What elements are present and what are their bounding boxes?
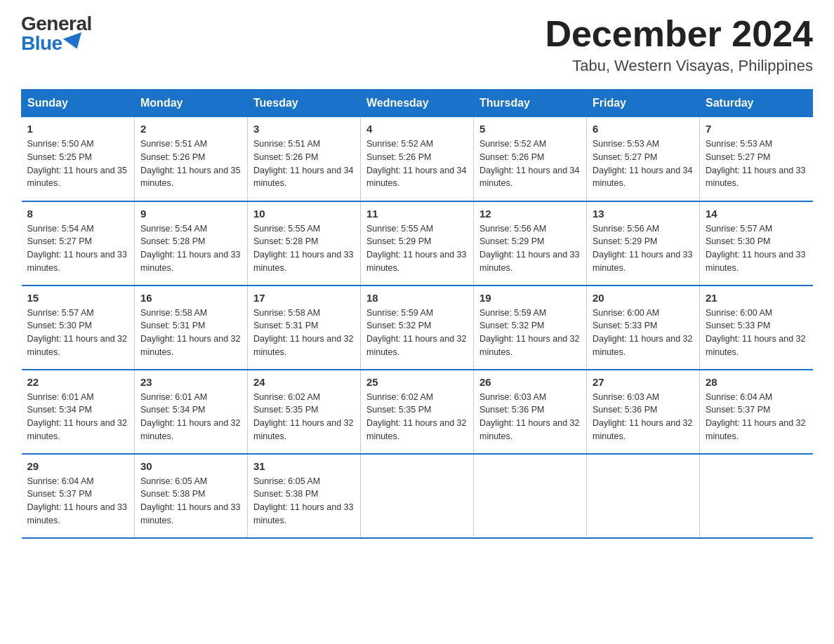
day-info: Sunrise: 5:59 AMSunset: 5:32 PMDaylight:…: [479, 307, 581, 359]
calendar-cell: 6 Sunrise: 5:53 AMSunset: 5:27 PMDayligh…: [587, 117, 700, 201]
day-info: Sunrise: 6:04 AMSunset: 5:37 PMDaylight:…: [706, 391, 807, 443]
logo-general-text: General: [21, 14, 92, 34]
calendar-cell: 2 Sunrise: 5:51 AMSunset: 5:26 PMDayligh…: [135, 117, 248, 201]
calendar-cell: 24 Sunrise: 6:02 AMSunset: 5:35 PMDaylig…: [248, 370, 361, 454]
day-info: Sunrise: 5:52 AMSunset: 5:26 PMDaylight:…: [366, 137, 468, 190]
header-monday: Monday: [135, 90, 248, 117]
day-info: Sunrise: 6:01 AMSunset: 5:34 PMDaylight:…: [27, 391, 129, 443]
calendar-cell: 18 Sunrise: 5:59 AMSunset: 5:32 PMDaylig…: [361, 286, 474, 370]
day-number: 18: [366, 292, 468, 304]
day-number: 21: [706, 292, 807, 304]
header-tuesday: Tuesday: [248, 90, 361, 117]
calendar-cell: 13 Sunrise: 5:56 AMSunset: 5:29 PMDaylig…: [587, 201, 700, 286]
day-number: 7: [706, 123, 807, 135]
header-thursday: Thursday: [474, 90, 587, 117]
calendar-cell: 19 Sunrise: 5:59 AMSunset: 5:32 PMDaylig…: [474, 286, 587, 370]
calendar-cell: 3 Sunrise: 5:51 AMSunset: 5:26 PMDayligh…: [248, 117, 361, 201]
header-sunday: Sunday: [22, 90, 135, 117]
day-number: 31: [253, 460, 355, 472]
calendar-cell: 29 Sunrise: 6:04 AMSunset: 5:37 PMDaylig…: [22, 454, 135, 538]
day-number: 16: [140, 292, 241, 304]
calendar-cell: 30 Sunrise: 6:05 AMSunset: 5:38 PMDaylig…: [135, 454, 248, 538]
day-number: 11: [366, 208, 468, 220]
calendar-cell: 23 Sunrise: 6:01 AMSunset: 5:34 PMDaylig…: [135, 370, 248, 454]
day-info: Sunrise: 5:55 AMSunset: 5:29 PMDaylight:…: [366, 222, 468, 275]
day-number: 5: [479, 123, 581, 135]
calendar-cell: 26 Sunrise: 6:03 AMSunset: 5:36 PMDaylig…: [474, 370, 587, 454]
day-number: 22: [27, 376, 129, 388]
day-number: 1: [27, 123, 129, 135]
calendar-cell: 22 Sunrise: 6:01 AMSunset: 5:34 PMDaylig…: [22, 370, 135, 454]
calendar-cell: 20 Sunrise: 6:00 AMSunset: 5:33 PMDaylig…: [587, 286, 700, 370]
calendar-week-5: 29 Sunrise: 6:04 AMSunset: 5:37 PMDaylig…: [22, 454, 813, 538]
day-info: Sunrise: 5:56 AMSunset: 5:29 PMDaylight:…: [479, 222, 581, 275]
calendar-week-4: 22 Sunrise: 6:01 AMSunset: 5:34 PMDaylig…: [22, 370, 813, 454]
day-info: Sunrise: 5:56 AMSunset: 5:29 PMDaylight:…: [593, 222, 694, 275]
day-number: 13: [593, 208, 694, 220]
calendar-cell: 14 Sunrise: 5:57 AMSunset: 5:30 PMDaylig…: [700, 201, 813, 286]
calendar-cell: 15 Sunrise: 5:57 AMSunset: 5:30 PMDaylig…: [22, 286, 135, 370]
day-number: 20: [593, 292, 694, 304]
day-info: Sunrise: 6:01 AMSunset: 5:34 PMDaylight:…: [140, 391, 241, 443]
day-number: 8: [27, 208, 129, 220]
calendar-cell: [700, 454, 813, 538]
day-number: 28: [706, 376, 807, 388]
day-number: 17: [253, 292, 355, 304]
day-number: 30: [140, 460, 241, 472]
day-number: 9: [140, 208, 241, 220]
header-wednesday: Wednesday: [361, 90, 474, 117]
calendar-cell: 12 Sunrise: 5:56 AMSunset: 5:29 PMDaylig…: [474, 201, 587, 286]
calendar-cell: 25 Sunrise: 6:02 AMSunset: 5:35 PMDaylig…: [361, 370, 474, 454]
day-info: Sunrise: 6:00 AMSunset: 5:33 PMDaylight:…: [706, 307, 807, 359]
calendar-cell: 28 Sunrise: 6:04 AMSunset: 5:37 PMDaylig…: [700, 370, 813, 454]
day-info: Sunrise: 6:02 AMSunset: 5:35 PMDaylight:…: [253, 391, 355, 443]
day-info: Sunrise: 5:50 AMSunset: 5:25 PMDaylight:…: [27, 137, 129, 190]
calendar-cell: 10 Sunrise: 5:55 AMSunset: 5:28 PMDaylig…: [248, 201, 361, 286]
title-block: December 2024 Tabu, Western Visayas, Phi…: [545, 14, 813, 75]
day-number: 2: [140, 123, 241, 135]
day-info: Sunrise: 5:53 AMSunset: 5:27 PMDaylight:…: [706, 137, 807, 190]
calendar-cell: 9 Sunrise: 5:54 AMSunset: 5:28 PMDayligh…: [135, 201, 248, 286]
calendar-cell: 5 Sunrise: 5:52 AMSunset: 5:26 PMDayligh…: [474, 117, 587, 201]
day-number: 26: [479, 376, 581, 388]
day-number: 10: [253, 208, 355, 220]
day-number: 25: [366, 376, 468, 388]
month-title: December 2024: [545, 14, 813, 54]
day-number: 24: [253, 376, 355, 388]
day-info: Sunrise: 5:51 AMSunset: 5:26 PMDaylight:…: [253, 137, 355, 190]
day-info: Sunrise: 6:05 AMSunset: 5:38 PMDaylight:…: [140, 475, 241, 528]
header-row: Sunday Monday Tuesday Wednesday Thursday…: [22, 90, 813, 117]
calendar-cell: 7 Sunrise: 5:53 AMSunset: 5:27 PMDayligh…: [700, 117, 813, 201]
day-number: 6: [593, 123, 694, 135]
calendar-cell: 21 Sunrise: 6:00 AMSunset: 5:33 PMDaylig…: [700, 286, 813, 370]
day-number: 29: [27, 460, 129, 472]
calendar-cell: 27 Sunrise: 6:03 AMSunset: 5:36 PMDaylig…: [587, 370, 700, 454]
calendar-cell: 11 Sunrise: 5:55 AMSunset: 5:29 PMDaylig…: [361, 201, 474, 286]
logo-triangle-icon: [62, 32, 86, 52]
calendar-cell: 4 Sunrise: 5:52 AMSunset: 5:26 PMDayligh…: [361, 117, 474, 201]
day-info: Sunrise: 5:51 AMSunset: 5:26 PMDaylight:…: [140, 137, 241, 190]
day-info: Sunrise: 5:53 AMSunset: 5:27 PMDaylight:…: [593, 137, 694, 190]
day-number: 19: [479, 292, 581, 304]
page-header: General Blue December 2024 Tabu, Western…: [21, 14, 813, 75]
day-info: Sunrise: 5:52 AMSunset: 5:26 PMDaylight:…: [479, 137, 581, 190]
calendar-table: Sunday Monday Tuesday Wednesday Thursday…: [21, 89, 813, 539]
calendar-cell: 8 Sunrise: 5:54 AMSunset: 5:27 PMDayligh…: [22, 201, 135, 286]
logo-blue-text: Blue: [21, 34, 85, 53]
calendar-cell: 17 Sunrise: 5:58 AMSunset: 5:31 PMDaylig…: [248, 286, 361, 370]
calendar-cell: [587, 454, 700, 538]
day-info: Sunrise: 6:04 AMSunset: 5:37 PMDaylight:…: [27, 475, 129, 528]
calendar-week-1: 1 Sunrise: 5:50 AMSunset: 5:25 PMDayligh…: [22, 117, 813, 201]
day-info: Sunrise: 6:03 AMSunset: 5:36 PMDaylight:…: [593, 391, 694, 443]
day-info: Sunrise: 6:05 AMSunset: 5:38 PMDaylight:…: [253, 475, 355, 528]
day-info: Sunrise: 5:59 AMSunset: 5:32 PMDaylight:…: [366, 307, 468, 359]
day-number: 15: [27, 292, 129, 304]
day-number: 27: [593, 376, 694, 388]
calendar-cell: 16 Sunrise: 5:58 AMSunset: 5:31 PMDaylig…: [135, 286, 248, 370]
day-info: Sunrise: 5:57 AMSunset: 5:30 PMDaylight:…: [706, 222, 807, 275]
calendar-header: Sunday Monday Tuesday Wednesday Thursday…: [22, 90, 813, 117]
day-number: 12: [479, 208, 581, 220]
calendar-body: 1 Sunrise: 5:50 AMSunset: 5:25 PMDayligh…: [22, 117, 813, 538]
logo: General Blue: [21, 14, 92, 53]
day-number: 3: [253, 123, 355, 135]
